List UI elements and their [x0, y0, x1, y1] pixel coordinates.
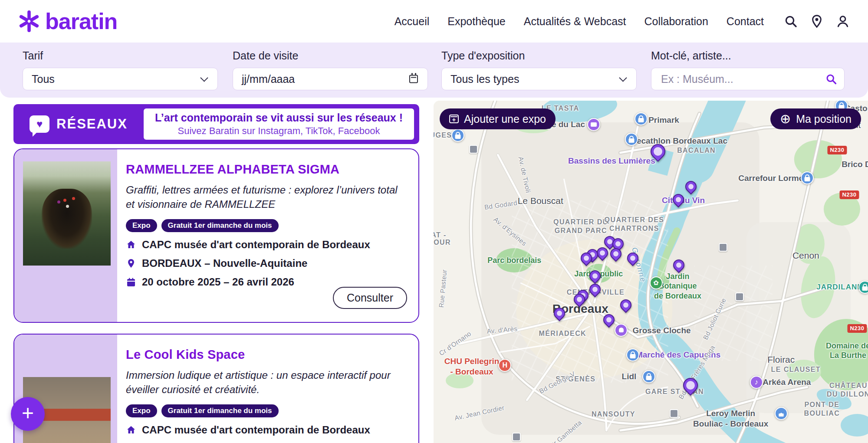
map-marker[interactable]: [670, 192, 686, 208]
map[interactable]: LE TASTAVillage du LacPrimarkCastoramaLo…: [434, 101, 868, 443]
map-label: BRUGES: [434, 131, 452, 140]
map-label: MÉRIADECK: [539, 329, 587, 338]
map-marker[interactable]: [601, 312, 617, 328]
badge-expo: Expo: [126, 219, 157, 232]
location-icon[interactable]: [810, 14, 825, 29]
location-row: BORDEAUX – Nouvelle-Aquitaine: [126, 257, 407, 269]
map-label: Le Bouscat: [518, 195, 563, 207]
card-media: [14, 149, 117, 322]
brand-name: baratin: [45, 8, 117, 34]
expo-title: RAMMELLZEE ALPHABETA SIGMA: [126, 162, 407, 177]
map-marker[interactable]: [552, 305, 568, 322]
venue-row: CAPC musée d'art contemporain de Bordeau…: [126, 239, 407, 251]
nav-accueil[interactable]: Accueil: [395, 15, 430, 28]
filter-date: Date de visite jj/mm/aaaa: [233, 49, 428, 90]
add-expo-label: Ajouter une expo: [464, 113, 546, 125]
map-marker[interactable]: [647, 141, 668, 162]
map-label: JARDILAND: [816, 282, 863, 292]
site-header: baratin Accueil Expothèque Actualités & …: [0, 0, 868, 43]
map-marker[interactable]: [626, 348, 639, 361]
map-label: LE CLAUSET: [771, 365, 821, 374]
nav-actualites-webcast[interactable]: Actualités & Webcast: [524, 15, 626, 28]
map-marker[interactable]: [498, 359, 511, 372]
map-marker[interactable]: [587, 268, 603, 284]
map-label: Arkéa Arena: [763, 377, 811, 387]
map-label: JOUR: [434, 238, 451, 247]
map-marker[interactable]: [719, 243, 727, 252]
calendar-icon: [409, 75, 418, 83]
map-marker[interactable]: [683, 179, 699, 195]
filter-type-label: Type d'exposition: [441, 49, 637, 62]
map-marker[interactable]: [625, 250, 641, 266]
type-select[interactable]: Tous les types: [441, 68, 637, 90]
map-marker[interactable]: [671, 257, 687, 273]
map-label: Av. Jean Cordier: [454, 404, 505, 423]
map-marker[interactable]: [512, 433, 521, 441]
map-marker[interactable]: [650, 276, 663, 289]
map-marker[interactable]: [680, 375, 701, 396]
map-marker[interactable]: [775, 407, 788, 420]
map-label: Bd Joliot Curie: [701, 297, 728, 341]
search-icon[interactable]: [825, 73, 837, 85]
filter-type: Type d'exposition Tous les types: [441, 49, 637, 90]
profile-icon[interactable]: [836, 14, 851, 29]
calendar-icon: [126, 277, 136, 287]
map-overlay: LE TASTAVillage du LacPrimarkCastoramaLo…: [434, 101, 868, 443]
card-body: RAMMELLZEE ALPHABETA SIGMA Graffiti, let…: [117, 149, 418, 322]
banner-title: L’art contemporain se vit aussi sur les …: [155, 112, 403, 124]
brand-logo[interactable]: baratin: [17, 8, 117, 34]
map-label: QUARTIER DU GRAND PARC: [553, 218, 608, 235]
search-icon[interactable]: [784, 14, 799, 29]
nav-expotheque[interactable]: Expothèque: [447, 15, 505, 28]
venue-name: CAPC musée d'art contemporain de Bordeau…: [142, 239, 370, 251]
tarif-select[interactable]: Tous: [23, 68, 218, 90]
map-label: Lidl: [622, 371, 637, 382]
dates-text: 20 octobre 2025 – 26 avril 2026: [142, 276, 294, 288]
add-expo-button[interactable]: Ajouter une expo: [440, 108, 556, 129]
map-label: Cr Gambetta: [549, 419, 584, 443]
filter-date-label: Date de visite: [233, 49, 428, 62]
map-marker[interactable]: [801, 171, 814, 184]
chevron-down-icon: [200, 74, 208, 82]
venue-row: CAPC musée d'art contemporain de Bordeau…: [126, 424, 407, 436]
map-marker[interactable]: [587, 118, 600, 131]
map-label: N230: [847, 324, 867, 333]
add-button[interactable]: +: [11, 397, 45, 431]
nav-collaboration[interactable]: Collaboration: [644, 15, 708, 28]
map-marker[interactable]: [735, 292, 744, 301]
date-input[interactable]: jj/mm/aaaa: [233, 68, 428, 90]
nav-contact[interactable]: Contact: [727, 15, 764, 28]
keyword-field: [651, 68, 845, 90]
banner-subtitle: Suivez Baratin sur Instagram, TikTok, Fa…: [178, 125, 380, 137]
map-label: CHÂTEAU DU DILLON: [827, 381, 868, 399]
map-marker[interactable]: [451, 129, 464, 142]
keyword-input[interactable]: [660, 72, 823, 86]
map-label: BACALAN: [677, 146, 716, 155]
map-marker[interactable]: [750, 376, 763, 389]
map-label: N230: [827, 145, 847, 154]
map-marker[interactable]: [615, 324, 628, 337]
expo-title: Le Cool Kids Space: [126, 348, 407, 362]
map-marker[interactable]: [635, 112, 648, 125]
map-label: NANSOUTY: [592, 410, 635, 419]
map-label: Floirac: [767, 354, 795, 365]
map-marker[interactable]: [618, 297, 634, 313]
exhibition-image: [23, 161, 111, 266]
expo-card: RAMMELLZEE ALPHABETA SIGMA Graffiti, let…: [13, 148, 419, 323]
map-label: N230: [839, 190, 859, 199]
map-marker[interactable]: [469, 145, 478, 154]
expo-card: Le Cool Kids Space Immersion ludique et …: [13, 334, 419, 443]
map-marker[interactable]: [642, 370, 655, 383]
map-marker[interactable]: [625, 133, 638, 146]
venue-name: CAPC musée d'art contemporain de Bordeau…: [142, 424, 370, 436]
map-marker[interactable]: [587, 282, 603, 298]
my-position-button[interactable]: Ma position: [770, 108, 861, 129]
map-marker[interactable]: [858, 281, 868, 294]
consulter-button[interactable]: Consulter: [333, 287, 407, 309]
map-marker[interactable]: [670, 409, 678, 418]
map-label: Grosse Cloche: [632, 325, 690, 336]
map-label: Marché des Capucins: [636, 350, 720, 360]
badge-gratuit: Gratuit 1er dimanche du mois: [161, 404, 279, 417]
social-banner[interactable]: RÉSEAUX L’art contemporain se vit aussi …: [13, 104, 419, 144]
map-label: Bassins des Lumières: [568, 156, 655, 166]
